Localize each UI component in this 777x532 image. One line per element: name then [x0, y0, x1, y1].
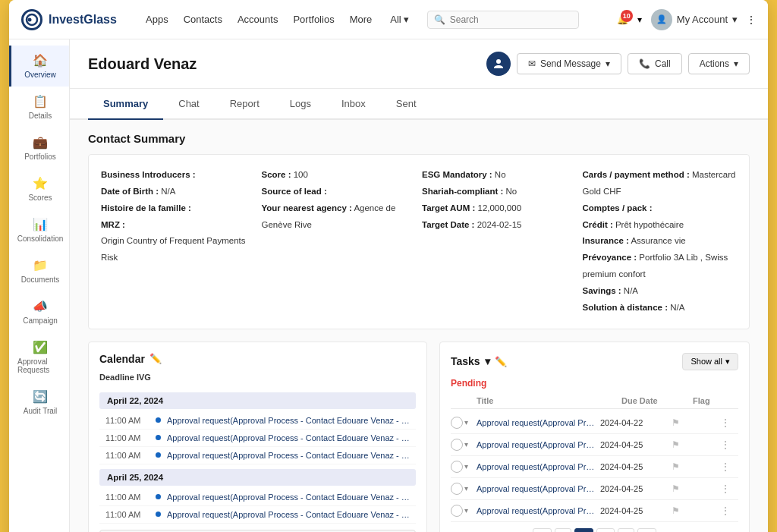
profile-icon-button[interactable] — [486, 52, 511, 76]
phone-icon: 📞 — [639, 58, 650, 69]
sidebar-item-portfolios[interactable]: 💼 Portfolios — [9, 127, 69, 168]
event-text[interactable]: Approval request(Approval Process - Cont… — [167, 493, 410, 502]
contact-summary-box: Business Introducers : Date of Birth : N… — [88, 154, 750, 329]
task-chevron[interactable]: ▾ — [464, 462, 468, 471]
more-options-icon[interactable]: ⋮ — [747, 14, 756, 25]
sidebar-label-overview: Overview — [24, 71, 56, 79]
page-1[interactable]: 1 — [574, 528, 593, 532]
nav-accounts[interactable]: Accounts — [238, 11, 278, 28]
sidebar-item-scores[interactable]: ⭐ Scores — [9, 168, 69, 209]
tab-sent[interactable]: Sent — [381, 89, 432, 120]
chevron-down-icon-actions: ▾ — [734, 58, 738, 69]
tab-summary[interactable]: Summary — [88, 89, 163, 120]
tab-report[interactable]: Report — [215, 89, 275, 120]
details-icon: 📋 — [33, 94, 48, 109]
flag-icon[interactable]: ⚑ — [672, 483, 717, 494]
task-title: Approval request(Approval Process - Cont… — [477, 462, 597, 471]
event-text[interactable]: Approval request(Approval Process - Cont… — [167, 416, 410, 425]
nav-more[interactable]: More — [350, 11, 373, 28]
show-all-button[interactable]: Show all ▾ — [682, 353, 738, 370]
sidebar-label-scores: Scores — [28, 194, 52, 202]
event-time: 11:00 AM — [105, 510, 149, 519]
app-window: InvestGlass Apps Contacts Accounts Portf… — [9, 0, 768, 532]
event-dot — [156, 512, 161, 517]
tasks-edit-icon[interactable]: ✏️ — [495, 356, 507, 367]
event-text[interactable]: Approval request(Approval Process - Cont… — [167, 433, 410, 442]
task-chevron[interactable]: ▾ — [464, 484, 468, 493]
event-dot — [156, 417, 161, 423]
scores-icon: ⭐ — [33, 176, 48, 190]
task-row: ▾ Approval request(Approval Process - Co… — [451, 412, 738, 434]
sidebar-item-consolidation[interactable]: 📊 Consolidation — [9, 209, 69, 250]
top-nav: InvestGlass Apps Contacts Accounts Portf… — [9, 0, 768, 39]
task-chevron[interactable]: ▾ — [464, 440, 468, 449]
sidebar-item-documents[interactable]: 📁 Documents — [9, 250, 69, 291]
send-message-button[interactable]: ✉ Send Message ▾ — [517, 53, 621, 74]
page-next-next[interactable]: » — [637, 528, 656, 532]
page-2[interactable]: 2 — [596, 528, 615, 532]
event-time: 11:00 AM — [105, 493, 149, 502]
sidebar-item-approval-requests[interactable]: ✅ Approval Requests — [9, 332, 69, 382]
task-more-icon[interactable]: ⋮ — [720, 417, 738, 429]
calendar-event: 11:00 AM Approval request(Approval Proce… — [99, 412, 416, 430]
search-input[interactable] — [450, 14, 572, 25]
task-row: ▾ Approval request(Approval Process - Co… — [451, 434, 738, 456]
logo-icon — [21, 9, 42, 30]
calendar-edit-icon[interactable]: ✏️ — [149, 353, 162, 364]
tasks-pagination: « ‹ 1 2 › » — [451, 528, 738, 532]
col-title: Title — [477, 396, 618, 405]
flag-icon[interactable]: ⚑ — [672, 505, 717, 516]
sidebar-item-audit-trail[interactable]: 🔄 Audit Trail — [9, 382, 69, 423]
page-prev[interactable]: ‹ — [555, 528, 571, 532]
calendar-panel: Calendar ✏️ Deadline IVG April 22, 2024 … — [88, 342, 427, 532]
sidebar-item-overview[interactable]: 🏠 Overview — [9, 46, 69, 87]
sidebar-item-details[interactable]: 📋 Details — [9, 87, 69, 127]
task-due-date: 2024-04-25 — [600, 484, 668, 493]
task-checkbox[interactable] — [451, 439, 463, 451]
nav-portfolios[interactable]: Portfolios — [293, 11, 334, 28]
chevron-down-icon-notif[interactable]: ▾ — [637, 14, 642, 25]
dob-value: N/A — [161, 187, 175, 196]
nav-contacts[interactable]: Contacts — [184, 11, 222, 28]
sidebar-label-consolidation: Consolidation — [17, 235, 64, 243]
chevron-down-icon-tasks[interactable]: ▾ — [485, 355, 490, 367]
insurance-value: Assurance vie — [631, 236, 685, 245]
flag-icon[interactable]: ⚑ — [672, 439, 717, 450]
flag-icon[interactable]: ⚑ — [672, 417, 717, 428]
task-checkbox[interactable] — [451, 505, 463, 517]
sidebar-item-campaign[interactable]: 📣 Campaign — [9, 291, 69, 332]
show-more-button[interactable]: Show More — [99, 530, 416, 532]
nav-right: 🔔 10 ▾ 👤 My Account ▾ ⋮ — [617, 9, 756, 30]
task-checkbox[interactable] — [451, 483, 463, 495]
task-more-icon[interactable]: ⋮ — [720, 439, 738, 451]
tab-chat[interactable]: Chat — [163, 89, 214, 120]
page-next[interactable]: › — [618, 528, 634, 532]
solution-value: N/A — [670, 303, 684, 312]
task-more-icon[interactable]: ⋮ — [720, 505, 738, 517]
task-chevron[interactable]: ▾ — [464, 506, 468, 515]
sidebar-label-audit: Audit Trail — [24, 407, 57, 415]
task-more-icon[interactable]: ⋮ — [720, 461, 738, 473]
task-row: ▾ Approval request(Approval Process - Co… — [451, 456, 738, 478]
sidebar-label-campaign: Campaign — [23, 316, 58, 325]
notifications-button[interactable]: 🔔 10 — [617, 14, 628, 25]
task-checkbox[interactable] — [451, 461, 463, 473]
event-text[interactable]: Approval request(Approval Process - Cont… — [167, 510, 410, 519]
event-text[interactable]: Approval request(Approval Process - Cont… — [167, 451, 410, 460]
flag-icon[interactable]: ⚑ — [672, 461, 717, 472]
task-chevron[interactable]: ▾ — [464, 418, 468, 427]
nav-all-dropdown[interactable]: All ▾ — [390, 14, 408, 25]
summary-col-3: ESG Mandatory : No Shariah-compliant : N… — [422, 167, 577, 316]
tab-inbox[interactable]: Inbox — [326, 89, 381, 120]
task-more-icon[interactable]: ⋮ — [720, 483, 738, 495]
actions-button[interactable]: Actions ▾ — [688, 53, 750, 74]
page-prev-prev[interactable]: « — [533, 528, 552, 532]
tab-logs[interactable]: Logs — [275, 89, 326, 120]
account-button[interactable]: 👤 My Account ▾ — [651, 9, 738, 30]
call-button[interactable]: 📞 Call — [628, 53, 682, 74]
calendar-panel-header: Calendar ✏️ — [99, 353, 416, 365]
task-checkbox[interactable] — [451, 417, 463, 429]
nav-apps[interactable]: Apps — [146, 11, 168, 28]
documents-icon: 📁 — [33, 258, 48, 272]
left-sidebar: 🏠 Overview 📋 Details 💼 Portfolios ⭐ Scor… — [9, 39, 70, 532]
